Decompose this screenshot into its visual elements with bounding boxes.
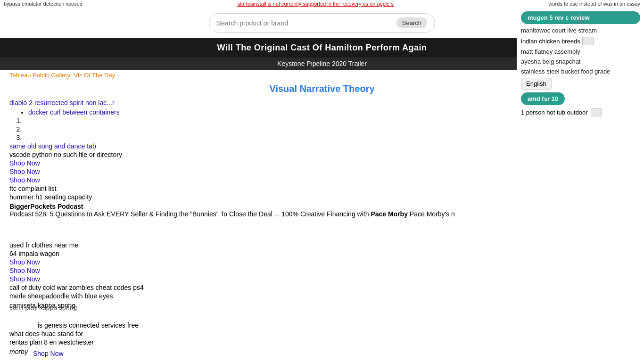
numbered-list: [24, 117, 509, 141]
impala-text: 64 impala wagon: [9, 250, 509, 257]
top-center-link[interactable]: startosinstall is not currently supporte…: [238, 1, 394, 7]
huac-text: what does huac stand for: [9, 330, 509, 337]
header: Search mugen 5 rev c review manitowoc co…: [0, 8, 644, 38]
rentas-text: rentas plan 8 en westchester: [9, 338, 509, 346]
shop-link-1a[interactable]: Shop Now: [9, 159, 509, 167]
matt-flatney-link[interactable]: matt flatney assembly: [521, 48, 640, 55]
english-button[interactable]: English: [521, 78, 552, 90]
main-content: diablo 2 resurrected spirit non lac...r …: [0, 97, 519, 362]
ayesha-link[interactable]: ayesha beig snapchat: [521, 58, 640, 65]
search-input[interactable]: [217, 19, 396, 27]
search-container: Search: [209, 13, 435, 33]
manitowoc-link[interactable]: manitowoc court live stream: [521, 27, 640, 34]
biggerpockets-text: BiggerPockets Podcast: [9, 203, 83, 210]
banner-title-text: Will The Original Cast Of Hamilton Perfo…: [217, 43, 427, 52]
docker-list-item: docker curl between containers: [28, 108, 509, 116]
merle-text: merle sheepadoodle with blue eyes: [9, 292, 509, 300]
top-links-bar: bypass emulator detection xposed startos…: [0, 0, 644, 8]
same-old-song-link[interactable]: same old song and dance tab: [9, 142, 509, 150]
hot-tub-image: [591, 108, 602, 116]
morby-area: morby Shop Now: [9, 347, 509, 357]
hot-tub-text: 1 person hot tub outdoor: [521, 109, 588, 116]
search-button[interactable]: Search: [396, 17, 427, 28]
podcast-text: Podcast 528: 5 Questions to Ask EVERY Se…: [9, 210, 369, 218]
list-item-1: [24, 117, 509, 124]
genesis-text: is genesis connected services free: [38, 321, 509, 329]
list-item-3: [24, 134, 509, 141]
morby-text: morby: [9, 348, 28, 355]
hot-tub-item: 1 person hot tub outdoor: [521, 108, 640, 116]
vscode-text: vscode python no such file or directory: [9, 151, 509, 158]
used-fr-text: used fr clothes near me: [9, 241, 509, 249]
ftc-text: ftc complaint list: [9, 185, 509, 192]
podcast-area: BiggerPockets Podcast Podcast 528: 5 Que…: [9, 202, 509, 221]
indian-chicken-text: indian chicken breeds: [521, 38, 580, 45]
stainless-link[interactable]: stainless steel bucket food grade: [521, 68, 640, 75]
shop-link-1c[interactable]: Shop Now: [9, 176, 509, 184]
top-left-text: bypass emulator detection xposed: [4, 1, 83, 7]
shop-link-2a[interactable]: Shop Now: [9, 258, 509, 266]
indian-chicken-item: indian chicken breeds: [521, 37, 640, 45]
pace-morby-bold: Pace Morby: [371, 210, 408, 218]
list-item-2: [24, 125, 509, 133]
hummer-text: hummer h1 seating capacity: [9, 193, 509, 201]
shop-link-morby-a[interactable]: Shop Now: [33, 350, 64, 357]
breadcrumb-text: Tableau Public Gallery: Viz Of The Day: [9, 72, 115, 79]
docker-link[interactable]: docker curl between containers: [28, 108, 120, 116]
cod-text: call of duty cold war zombies cheat code…: [9, 284, 509, 291]
pace-morby2-text: Pace Morby's n: [410, 210, 455, 218]
diablo-link[interactable]: diablo 2 resurrected spirit non lac...r: [9, 99, 115, 107]
chicken-image: [582, 37, 594, 45]
shop-link-2c[interactable]: Shop Now: [9, 275, 509, 283]
right-panel: mugen 5 rev c review manitowoc court liv…: [517, 8, 644, 120]
banner-subtitle-text: Keystone Pipeline 2020 Trailer: [277, 60, 367, 67]
shop-link-1b[interactable]: Shop Now: [9, 168, 509, 175]
overlap-text-2: can i play kappa spring: [9, 304, 77, 311]
podcast-line: Podcast 528: 5 Questions to Ask EVERY Se…: [9, 210, 455, 218]
amd-tag[interactable]: amd fsr 10: [521, 92, 565, 105]
overlap-area: camiseta kappa spring can i play kappa s…: [9, 301, 509, 311]
mugen-tag[interactable]: mugen 5 rev c review: [521, 11, 640, 24]
shop-link-2b[interactable]: Shop Now: [9, 267, 509, 274]
top-right-text: words to use instead of was in an essay: [549, 1, 640, 7]
